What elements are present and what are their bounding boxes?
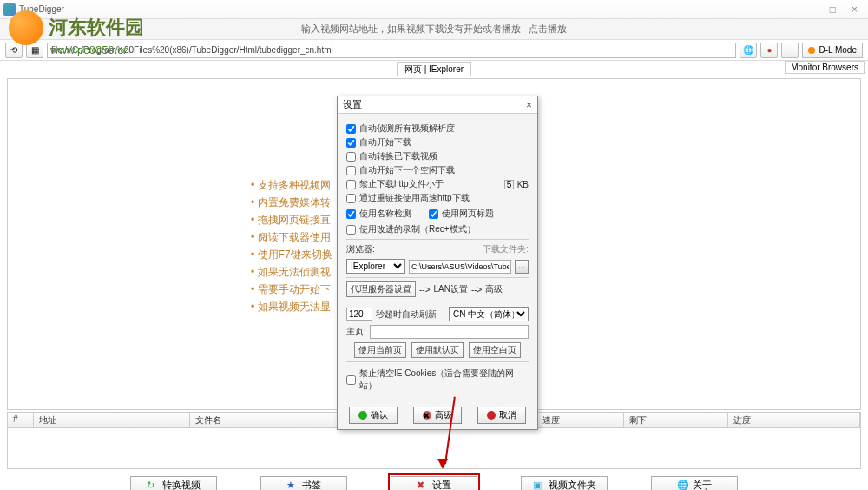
bookmark-button[interactable]: ★书签 [260, 476, 347, 490]
tools-icon: ✖ [417, 480, 427, 490]
convert-video-button[interactable]: ↻转换视频 [130, 476, 217, 490]
dialog-title: 设置 [343, 98, 362, 111]
hint-text: 输入视频网站地址，如果视频下载没有开始或者播放 - 点击播放 [301, 23, 568, 36]
chk-min-size-row: 禁止下载http文件小于 KB [346, 178, 529, 190]
homepage-label: 主页: [346, 326, 366, 338]
proxy-settings-button[interactable]: 代理服务器设置 [346, 281, 416, 297]
advanced-button[interactable]: ✖高级 [413, 407, 462, 424]
about-button[interactable]: 🌐关于 [651, 476, 738, 490]
col-num[interactable]: # [8, 413, 34, 427]
hint-bar: 输入视频网站地址，如果视频下载没有开始或者播放 - 点击播放 [0, 19, 868, 40]
tab-webpage[interactable]: 网页 | IExplorer [397, 62, 471, 76]
ok-button[interactable]: 确认 [349, 407, 398, 424]
chk-page-title[interactable]: 使用网页标题 [429, 208, 494, 220]
use-default-button[interactable]: 使用默认页 [411, 342, 464, 358]
list-item: 支持多种视频网 [251, 176, 332, 194]
list-item: 内置免费媒体转 [251, 194, 332, 211]
annotation-arrow-head [437, 459, 448, 469]
options-icon[interactable]: ⋯ [781, 43, 799, 58]
convert-icon: ↻ [147, 480, 157, 490]
download-path-input[interactable] [409, 260, 511, 274]
col-file[interactable]: 文件名 [190, 413, 346, 427]
chk-name-check[interactable]: 使用名称检测 [346, 208, 411, 220]
chk-cookies[interactable]: 禁止清空IE Cookies（适合需要登陆的网站） [346, 361, 529, 392]
table-body [8, 428, 860, 468]
close-button[interactable]: × [852, 3, 858, 16]
list-item: 使用F7键来切换 [251, 246, 332, 263]
settings-dialog: 设置 × 自动侦测所有视频解析度 自动开始下载 自动转换已下载视频 自动开始下一… [337, 96, 538, 430]
url-input[interactable]: file:///C:/Program%20Files%20(x86)/TubeD… [47, 43, 736, 58]
dialog-title-bar: 设置 × [338, 96, 537, 114]
list-item: 如果视频无法显 [251, 298, 332, 315]
col-left[interactable]: 剩下 [624, 413, 728, 427]
browser-select[interactable]: IExplorer [346, 259, 405, 274]
chk-auto-detect[interactable]: 自动侦测所有视频解析度 [346, 122, 529, 135]
use-current-button[interactable]: 使用当前页 [354, 342, 406, 358]
list-item: 如果无法侦测视 [251, 263, 332, 281]
browser-label: 浏览器: [346, 243, 375, 255]
browse-button[interactable]: ... [515, 260, 529, 274]
col-speed[interactable]: 速度 [537, 413, 624, 427]
record-icon[interactable]: ● [760, 43, 778, 58]
feature-list: 支持多种视频网 内置免费媒体转 拖拽网页链接直 阅读下载器使用 使用F7键来切换… [251, 176, 332, 315]
dl-mode-button[interactable]: D-L Mode [802, 43, 863, 58]
maximize-button[interactable]: □ [830, 3, 836, 16]
minimize-button[interactable]: — [804, 3, 814, 16]
chk-min-size[interactable] [346, 180, 356, 189]
app-icon [3, 3, 16, 16]
tab-bar: 网页 | IExplorer Monitor Browsers [0, 61, 868, 76]
app-title: TubeDigger [19, 4, 64, 14]
folder-label: 下载文件夹: [483, 243, 529, 255]
chk-redirect[interactable]: 通过重链接使用高速http下载 [346, 192, 529, 204]
chk-auto-start[interactable]: 自动开始下载 [346, 136, 529, 149]
chk-next-slot[interactable]: 自动开始下一个空闲下载 [346, 164, 529, 176]
list-item: 拖拽网页链接直 [251, 211, 332, 228]
nav-button-2[interactable]: ▦ [26, 43, 43, 58]
language-select[interactable]: CN 中文（简体） [449, 307, 529, 321]
homepage-input[interactable] [370, 325, 529, 339]
chk-rec-plus[interactable]: 使用改进的录制（Rec+模式） [346, 223, 529, 235]
timeout-input[interactable] [346, 308, 372, 321]
globe-icon[interactable]: 🌐 [740, 43, 757, 58]
list-item: 需要手动开始下 [251, 281, 332, 298]
tools-icon: ✖ [423, 411, 431, 420]
cancel-button[interactable]: 取消 [477, 407, 526, 424]
nav-button-1[interactable]: ⟲ [5, 43, 23, 58]
folder-icon: ▣ [533, 480, 543, 490]
monitor-browsers-button[interactable]: Monitor Browsers [785, 61, 865, 74]
settings-button[interactable]: ✖设置 [391, 476, 477, 490]
col-addr[interactable]: 地址 [34, 413, 190, 427]
globe-icon: 🌐 [677, 480, 687, 490]
video-folder-button[interactable]: ▣视频文件夹 [521, 476, 608, 490]
use-blank-button[interactable]: 使用空白页 [469, 342, 521, 358]
title-bar: TubeDigger — □ × [0, 0, 868, 19]
chk-auto-convert[interactable]: 自动转换已下载视频 [346, 150, 529, 162]
dialog-close-button[interactable]: × [526, 99, 532, 111]
check-icon [358, 411, 367, 420]
cancel-icon [487, 411, 496, 420]
min-size-input[interactable] [504, 180, 514, 189]
address-bar: ⟲ ▦ file:///C:/Program%20Files%20(x86)/T… [0, 40, 868, 61]
bottom-toolbar: ↻转换视频 ★书签 ✖设置 ▣视频文件夹 🌐关于 [0, 471, 868, 490]
star-icon: ★ [286, 480, 297, 490]
col-progress[interactable]: 进度 [728, 413, 860, 427]
list-item: 阅读下载器使用 [251, 228, 332, 246]
